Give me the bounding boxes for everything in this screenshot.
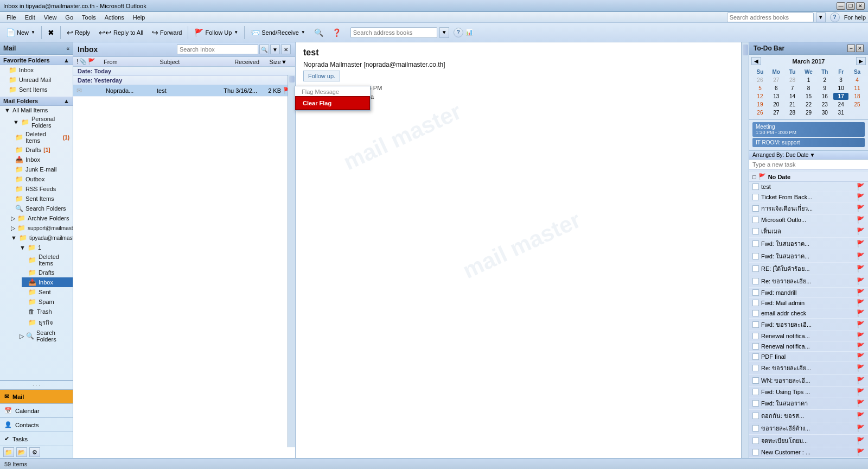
cal-day-1-4[interactable]: 9 [817, 85, 832, 92]
nav-sub-inbox[interactable]: 📥 Inbox [22, 277, 73, 287]
subject-sort-header[interactable]: Subject [160, 59, 216, 65]
task-flag-9[interactable]: 🚩 [857, 289, 865, 296]
cal-day-0-5[interactable]: 3 [833, 77, 848, 84]
cal-day-2-0[interactable]: 12 [752, 93, 768, 100]
nav-support-account[interactable]: ▷ 📁 support@mailmaster.co... [4, 223, 73, 233]
new-task-input[interactable] [749, 160, 868, 170]
icon-sort-header[interactable]: ! 📎 🚩 [76, 58, 104, 65]
task-row-20[interactable]: ดอกกัน: ขอรส... 🚩 [749, 410, 868, 422]
cal-day-0-3[interactable]: 1 [801, 77, 816, 84]
task-checkbox-10[interactable] [752, 300, 759, 306]
menu-help[interactable]: Help [129, 13, 150, 22]
list-scrollbar[interactable] [288, 75, 295, 447]
task-flag-4[interactable]: 🚩 [857, 227, 865, 235]
task-flag-0[interactable]: 🚩 [857, 183, 865, 191]
task-row-8[interactable]: Re: ขอรายละเอีย... 🚩 [749, 275, 868, 288]
clear-flag-item[interactable]: Clear Flag [295, 96, 370, 110]
task-row-0[interactable]: test 🚩 [749, 182, 868, 192]
forward-button[interactable]: ↪ Forward [148, 26, 186, 39]
flag-message-item[interactable]: Flag Message [295, 86, 370, 96]
task-checkbox-1[interactable] [752, 194, 759, 200]
toolbar-icon-button[interactable]: 📊 [465, 29, 473, 36]
nav-sent-items-favorite[interactable]: 📁 Sent Items [0, 85, 73, 94]
cal-day-0-4[interactable]: 2 [817, 77, 832, 84]
cal-prev-button[interactable]: ◀ [751, 57, 761, 65]
task-flag-14[interactable]: 🚩 [857, 343, 865, 350]
reply-all-button[interactable]: ↩↩ Reply to All [95, 26, 147, 39]
task-row-3[interactable]: Microsoft Outlo... 🚩 [749, 215, 868, 225]
task-flag-23[interactable]: 🚩 [857, 448, 865, 456]
task-checkbox-17[interactable] [752, 377, 759, 384]
flag-sort-header[interactable]: ▼ [281, 59, 292, 65]
task-row-19[interactable]: Fwd: ในสมอราคา 🚩 [749, 397, 868, 410]
maximize-button[interactable]: ❐ [846, 2, 855, 10]
followup-dropdown-arrow[interactable]: ▼ [234, 30, 238, 35]
task-flag-17[interactable]: 🚩 [857, 377, 865, 384]
task-checkbox-20[interactable] [752, 413, 759, 419]
cal-day-3-1[interactable]: 20 [769, 101, 784, 108]
task-flag-21[interactable]: 🚩 [857, 424, 865, 432]
address-search-input[interactable] [350, 27, 437, 38]
nav-tasks-button[interactable]: ✔ Tasks [0, 432, 73, 446]
menu-edit[interactable]: Edit [21, 13, 40, 22]
nav-icon-2[interactable]: 📂 [16, 447, 27, 457]
cal-day-1-1[interactable]: 6 [769, 85, 784, 92]
follow-up-button[interactable]: 🚩 Follow Up ▼ [190, 26, 242, 39]
task-checkbox-16[interactable] [752, 365, 759, 371]
task-row-4[interactable]: เห็นเมล 🚩 [749, 225, 868, 238]
nav-archive-folders[interactable]: ▷ 📁 Archive Folders [4, 213, 73, 223]
list-scroll-thumb[interactable] [289, 76, 295, 83]
task-checkbox-21[interactable] [752, 425, 759, 432]
task-flag-2[interactable]: 🚩 [857, 205, 865, 212]
cal-day-2-4[interactable]: 16 [817, 93, 832, 100]
menu-view[interactable]: View [40, 13, 61, 22]
cal-day-4-0[interactable]: 26 [752, 109, 768, 116]
task-checkbox-23[interactable] [752, 449, 759, 455]
nav-contacts-button[interactable]: 👤 Contacts [0, 417, 73, 432]
toolbar-question-button[interactable]: ? [454, 28, 463, 37]
cal-day-2-3[interactable]: 15 [801, 93, 816, 100]
toolbar-search-button[interactable]: 🔍 [310, 26, 327, 39]
address-book-search-input[interactable] [727, 12, 814, 22]
delete-button[interactable]: ✖ [44, 26, 58, 39]
menu-file[interactable]: File [2, 13, 21, 22]
nav-mail-button[interactable]: ✉ Mail [0, 389, 73, 403]
new-dropdown-arrow[interactable]: ▼ [31, 30, 35, 35]
nav-sub-business[interactable]: 📁 ธุรกิจ [22, 316, 73, 328]
task-flag-1[interactable]: 🚩 [857, 193, 865, 201]
nav-rss[interactable]: 📁 RSS Feeds [7, 184, 73, 194]
cal-day-4-1[interactable]: 27 [769, 109, 784, 116]
inbox-search-input[interactable] [177, 45, 258, 54]
task-checkbox-12[interactable] [752, 321, 759, 328]
task-checkbox-15[interactable] [752, 353, 759, 360]
received-sort-header[interactable]: Received [216, 59, 259, 65]
cal-day-0-1[interactable]: 27 [769, 77, 784, 84]
task-row-5[interactable]: Fwd: ในสมอราค... 🚩 [749, 238, 868, 250]
task-row-18[interactable]: Fwd: Using Tips ... 🚩 [749, 387, 868, 397]
reply-button[interactable]: ↩ Reply [63, 26, 94, 39]
cal-day-1-0[interactable]: 5 [752, 85, 768, 92]
task-checkbox-0[interactable] [752, 183, 759, 190]
close-button[interactable]: ✕ [856, 2, 865, 10]
task-checkbox-2[interactable] [752, 205, 759, 212]
email-row-1[interactable]: ✉ Noprada... test Thu 3/16/2... 2 KB 🚩 [73, 85, 295, 97]
cal-day-4-5[interactable]: 31 [833, 109, 848, 116]
task-row-21[interactable]: ขอรายละเอีย์ต้าง... 🚩 [749, 422, 868, 435]
send-receive-button[interactable]: 📨 Send/Receive ▼ [247, 26, 309, 39]
nav-sub-sent[interactable]: 📁 Sent [22, 287, 73, 297]
task-row-24[interactable]: จดทะเบียนโดยม... 🚩 [749, 458, 868, 458]
task-flag-16[interactable]: 🚩 [857, 364, 865, 372]
task-flag-7[interactable]: 🚩 [857, 265, 865, 272]
address-dropdown-button[interactable]: ▼ [439, 27, 449, 38]
cal-day-3-6[interactable]: 25 [850, 101, 865, 108]
cal-day-2-6[interactable]: 18 [850, 93, 865, 100]
appointment-1[interactable]: Meeting 1:30 PM - 3:00 PM [752, 122, 865, 137]
task-checkbox-11[interactable] [752, 310, 759, 316]
minimize-button[interactable]: — [837, 2, 845, 10]
cal-day-3-2[interactable]: 21 [785, 101, 800, 108]
task-row-17[interactable]: WN: ขอรายละเอี... 🚩 [749, 375, 868, 387]
inbox-search-go[interactable]: 🔍 [259, 45, 269, 54]
todo-close-button[interactable]: ✕ [856, 45, 864, 52]
cal-day-1-6[interactable]: 11 [850, 85, 865, 92]
nav-drafts[interactable]: 📁 Drafts [1] [7, 145, 73, 155]
